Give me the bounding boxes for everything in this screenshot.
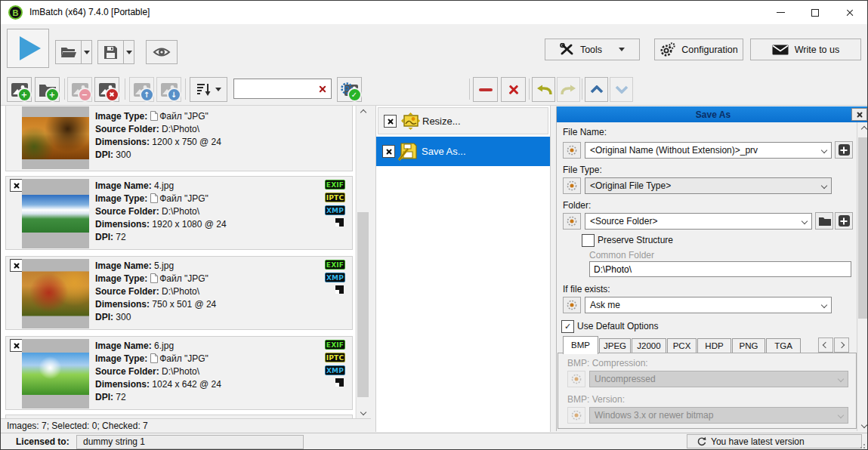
maximize-button[interactable] — [798, 1, 832, 24]
browse-folder-button[interactable] — [815, 212, 833, 230]
open-dropdown[interactable] — [82, 41, 91, 63]
image-checkbox[interactable] — [10, 339, 23, 352]
file-name-label: File Name: — [563, 127, 607, 137]
remove-image-button[interactable]: − — [67, 77, 92, 102]
tab-hdp[interactable]: HDP — [697, 338, 731, 353]
search-input[interactable] — [237, 81, 313, 97]
tab-j2000[interactable]: J2000 — [632, 338, 666, 353]
task-item-resize[interactable]: Resize... — [378, 107, 548, 134]
bmp-options-group: BMP: Compression: Uncompressed BMP: Vers… — [558, 353, 857, 429]
common-folder-input[interactable] — [589, 261, 851, 277]
panel-header[interactable]: Save As — [557, 106, 868, 122]
scroll-up-button[interactable] — [357, 106, 369, 119]
update-status-box[interactable]: You have latest version — [687, 434, 862, 448]
tab-png[interactable]: PNG — [732, 338, 765, 353]
folder-parameter-button[interactable] — [563, 213, 581, 230]
file-type-combo[interactable]: <Original File Type> — [585, 177, 832, 194]
close-button[interactable] — [832, 1, 867, 24]
if-file-exists-parameter-button[interactable] — [563, 297, 581, 313]
scroll-down-button[interactable] — [357, 405, 369, 418]
file-icon — [150, 111, 158, 121]
move-image-down-button[interactable]: ↓ — [156, 77, 181, 102]
scroll-down-button[interactable] — [857, 418, 868, 431]
search-box — [233, 79, 332, 99]
check-images-button[interactable]: ✓ — [337, 77, 362, 102]
folder-add-button[interactable] — [835, 212, 853, 230]
task-item-save-as[interactable]: Save As... — [376, 137, 550, 166]
undo-button[interactable] — [532, 77, 555, 102]
write-to-us-button[interactable]: Write to us — [750, 39, 861, 60]
license-value-field: dummy string 1 — [76, 435, 304, 449]
undo-icon — [535, 85, 553, 95]
checkbox-x-icon — [13, 342, 20, 349]
configuration-button[interactable]: Configuration — [654, 39, 743, 60]
x-icon — [508, 84, 519, 95]
tab-jpeg[interactable]: JPEG — [599, 338, 631, 353]
save-dropdown[interactable] — [124, 41, 134, 63]
task-checkbox[interactable] — [382, 145, 395, 158]
task-checkbox[interactable] — [384, 115, 397, 128]
run-tasks-button[interactable] — [7, 29, 49, 68]
exif-badge: EXIF — [325, 180, 345, 190]
remove-task-button[interactable] — [473, 77, 498, 102]
chevron-down-icon — [860, 421, 866, 427]
panel-scrollbar[interactable] — [857, 122, 868, 431]
file-type-parameter-button[interactable] — [563, 177, 581, 194]
move-task-up-button[interactable] — [585, 77, 608, 102]
dpi-row: DPI: 72 — [95, 231, 227, 244]
image-list-item[interactable]: Image Name: 4.jpg Image Type:Файл "JPG" … — [5, 176, 353, 250]
bmp-compression-value: Uncompressed — [595, 374, 656, 384]
use-default-options-checkbox[interactable]: ✓ — [561, 320, 574, 333]
plus-badge-icon: + — [17, 88, 32, 102]
image-list-item[interactable]: Image Name: 5.jpg Image Type:Файл "JPG" … — [5, 256, 353, 330]
tabs-scroll-left-button[interactable] — [818, 338, 833, 353]
tabs-scroll-right-button[interactable] — [834, 338, 849, 353]
image-type-row: Image Type:Файл "JPG" — [95, 193, 227, 205]
image-checkbox[interactable] — [10, 259, 23, 272]
move-down-icon: ↓ — [160, 82, 178, 97]
save-button[interactable] — [97, 40, 134, 64]
file-name-combo[interactable]: <Original Name (Without Extension)>_prv — [585, 142, 832, 159]
x-badge-icon — [105, 88, 119, 102]
plus-badge-icon: + — [45, 88, 60, 102]
delete-image-button[interactable] — [94, 77, 119, 102]
folder-combo[interactable]: <Source Folder> — [585, 213, 812, 230]
redo-button[interactable] — [557, 77, 580, 102]
preserve-structure-checkbox[interactable] — [582, 234, 595, 247]
file-name-add-button[interactable] — [835, 141, 853, 159]
resize-grip[interactable] — [860, 443, 866, 449]
combo-arrow-icon — [821, 147, 827, 153]
scrollbar-thumb[interactable] — [357, 212, 369, 397]
target-icon — [566, 299, 578, 311]
save-as-task-icon — [397, 141, 419, 162]
move-task-down-button[interactable] — [610, 77, 633, 102]
tab-bmp[interactable]: BMP — [563, 336, 598, 354]
tools-button[interactable]: Tools — [545, 39, 640, 60]
file-name-parameter-button[interactable] — [563, 142, 581, 159]
delete-all-tasks-button[interactable] — [501, 77, 526, 102]
tab-tga[interactable]: TGA — [766, 338, 801, 353]
add-images-button[interactable]: + — [7, 77, 32, 102]
image-list-scrollbar[interactable] — [356, 106, 369, 418]
panel-close-button[interactable] — [851, 108, 867, 121]
add-folder-button[interactable]: + — [35, 77, 60, 102]
image-list-status: Images: 7; Selected: 0; Checked: 7 — [1, 418, 371, 433]
write-to-us-label: Write to us — [795, 45, 840, 55]
if-file-exists-combo[interactable]: Ask me — [585, 297, 832, 313]
image-list-item[interactable]: Image Name: 6.jpg Image Type:Файл "JPG" … — [5, 336, 353, 410]
scroll-up-button[interactable] — [857, 122, 868, 135]
open-button[interactable] — [55, 40, 92, 64]
move-image-up-button[interactable]: ↑ — [129, 77, 154, 102]
dimensions-row: Dimensions: 1200 x 750 @ 24 — [95, 136, 221, 149]
iptc-badge: IPTC — [325, 353, 345, 362]
image-list-item[interactable]: Image Type:Файл "JPG" Source Folder: D:\… — [5, 106, 353, 171]
tab-pcx[interactable]: PCX — [667, 338, 697, 353]
preview-button[interactable] — [146, 40, 178, 64]
clear-search-icon[interactable] — [318, 85, 326, 93]
image-thumbnail — [22, 106, 89, 169]
image-checkbox[interactable] — [10, 179, 23, 192]
scrollbar-thumb[interactable] — [858, 137, 868, 319]
sort-images-button[interactable] — [190, 77, 227, 102]
file-type-value: <Original File Type> — [590, 180, 671, 191]
minimize-button[interactable] — [763, 1, 798, 24]
